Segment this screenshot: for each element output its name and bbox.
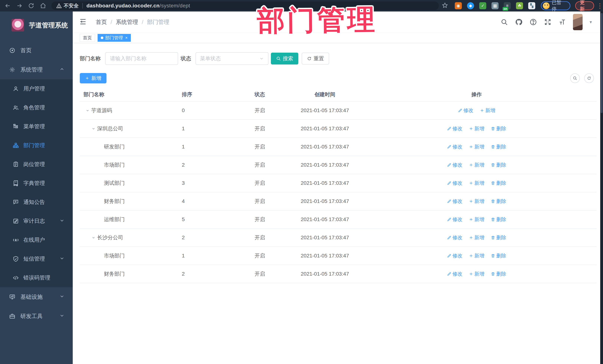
add-link[interactable]: 新增 — [469, 271, 485, 277]
bookmark-star-icon[interactable] — [442, 2, 448, 9]
sidebar-item-首页[interactable]: 首页 — [0, 41, 73, 60]
back-icon[interactable] — [3, 1, 12, 10]
status-select[interactable]: 菜单状态 — [196, 52, 268, 65]
tag-部门管理[interactable]: 部门管理× — [98, 34, 131, 42]
font-size-icon[interactable] — [558, 18, 566, 26]
column-header-部门名称: 部门名称 — [80, 91, 176, 98]
breadcrumb: 首页/系统管理/部门管理 — [96, 18, 169, 26]
delete-link[interactable]: 删除 — [491, 143, 506, 150]
blue-drop-extension-icon[interactable]: ◆ — [467, 2, 474, 9]
edit-link[interactable]: 修改 — [447, 180, 463, 187]
edit-link[interactable]: 修改 — [447, 198, 463, 205]
breadcrumb-item[interactable]: 系统管理 — [116, 18, 138, 26]
sidebar-item-审计日志[interactable]: 审计日志 — [0, 212, 73, 231]
edit-link[interactable]: 修改 — [447, 234, 463, 241]
add-link[interactable]: 新增 — [469, 125, 485, 132]
fullscreen-icon[interactable] — [544, 18, 551, 26]
sidebar-item-部门管理[interactable]: 部门管理 — [0, 136, 73, 155]
sidebar-item-角色管理[interactable]: 角色管理 — [0, 98, 73, 117]
add-link[interactable]: 新增 — [469, 180, 485, 187]
update-button[interactable]: 更新 — [575, 1, 594, 10]
sidebar-item-字典管理[interactable]: 字典管理 — [0, 174, 73, 193]
orange-gear-extension-icon[interactable]: ◉ — [455, 2, 462, 9]
delete-link[interactable]: 删除 — [491, 216, 506, 223]
security-warning-icon[interactable]: 不安全 — [56, 2, 79, 9]
delete-link[interactable]: 删除 — [491, 180, 506, 187]
sidebar-item-label: 短信管理 — [23, 255, 45, 263]
table-body: 芋道源码0开启2021-01-05 17:03:47修改新增深圳总公司1开启20… — [80, 101, 596, 283]
home-icon[interactable] — [39, 1, 47, 10]
browser-menu-icon[interactable]: ⋮ — [597, 5, 603, 7]
sidebar-item-在线用户[interactable]: 在线用户 — [0, 231, 73, 249]
delete-link[interactable]: 删除 — [491, 198, 506, 205]
add-button[interactable]: 新增 — [80, 73, 106, 83]
page-scrollbar[interactable] — [600, 11, 603, 364]
edit-link[interactable]: 修改 — [458, 107, 474, 114]
caret-expand-icon[interactable] — [91, 235, 96, 240]
add-link[interactable]: 新增 — [469, 143, 485, 150]
tag-首页[interactable]: 首页 — [80, 34, 95, 42]
sidebar-item-基础设施[interactable]: 基础设施 — [0, 287, 73, 307]
delete-link[interactable]: 删除 — [491, 162, 506, 168]
add-link[interactable]: 新增 — [469, 253, 485, 259]
app-logo-row[interactable]: 芋道管理系统 — [0, 11, 73, 34]
edit-link[interactable]: 修改 — [447, 271, 463, 277]
user-avatar[interactable] — [573, 14, 583, 30]
table-row: 财务部门2开启2021-01-05 17:03:47修改新增删除 — [80, 265, 596, 283]
sidebar-item-通知公告[interactable]: 通知公告 — [0, 193, 73, 212]
dept-name-input[interactable]: 请输入部门名称 — [105, 52, 178, 65]
refresh-table-button[interactable] — [584, 73, 594, 83]
edit-link[interactable]: 修改 — [447, 143, 463, 150]
green-runner-extension-icon[interactable]: ☘ — [516, 2, 523, 9]
sidebar-item-岗位管理[interactable]: 岗位管理 — [0, 155, 73, 174]
address-bar[interactable]: 不安全 dashboard.yudao.iocoder.cn/system/de… — [51, 1, 439, 10]
actions-cell: 修改新增删除 — [357, 216, 596, 223]
edit-link[interactable]: 修改 — [447, 162, 463, 168]
delete-link[interactable]: 删除 — [491, 234, 506, 241]
add-link[interactable]: 新增 — [469, 198, 485, 205]
sidebar-item-研发工具[interactable]: 研发工具 — [0, 307, 73, 326]
user-menu-caret-icon[interactable]: ▾ — [590, 20, 592, 25]
sidebar: 芋道管理系统 首页系统管理用户管理角色管理菜单管理部门管理岗位管理字典管理通知公… — [0, 11, 73, 364]
sidebar-item-用户管理[interactable]: 用户管理 — [0, 79, 73, 98]
reset-button[interactable]: 重置 — [302, 53, 329, 65]
search-button[interactable]: 搜索 — [271, 53, 298, 65]
delete-link[interactable]: 删除 — [491, 125, 506, 132]
green-check-extension-icon[interactable]: ✓ — [479, 2, 486, 9]
blue-grid-extension-icon[interactable]: ▦ — [491, 2, 499, 9]
puzzle-extensions-icon[interactable]: ▚ — [528, 2, 535, 9]
edit-link[interactable]: 修改 — [447, 125, 463, 132]
delete-link[interactable]: 删除 — [491, 271, 506, 277]
url-text[interactable]: dashboard.yudao.iocoder.cn/system/dept — [86, 3, 190, 9]
search-icon[interactable] — [500, 18, 508, 26]
close-tag-icon[interactable]: × — [125, 35, 128, 40]
url-separator — [82, 3, 83, 9]
collapse-sidebar-icon[interactable] — [79, 18, 87, 26]
profile-avatar-icon — [543, 2, 550, 9]
scrollbar-thumb[interactable] — [601, 13, 603, 113]
add-link[interactable]: 新增 — [469, 162, 485, 168]
sidebar-item-短信管理[interactable]: 短信管理 — [0, 249, 73, 268]
edit-link[interactable]: 修改 — [447, 216, 463, 223]
sidebar-item-错误码管理[interactable]: 错误码管理 — [0, 268, 73, 287]
sidebar-item-菜单管理[interactable]: 菜单管理 — [0, 117, 73, 136]
online-user-icon — [13, 237, 19, 243]
proxy-on-extension-icon[interactable]: ≡on — [504, 2, 511, 9]
breadcrumb-item[interactable]: 首页 — [96, 18, 107, 26]
add-link[interactable]: 新增 — [480, 107, 495, 114]
dept-name-cell: 市场部门 — [80, 252, 176, 259]
sidebar-item-系统管理[interactable]: 系统管理 — [0, 60, 73, 79]
github-icon[interactable] — [515, 18, 522, 26]
add-link[interactable]: 新增 — [469, 234, 485, 241]
help-icon[interactable] — [530, 18, 537, 26]
app-title: 芋道管理系统 — [29, 21, 68, 30]
caret-expand-icon[interactable] — [85, 108, 90, 113]
toggle-search-button[interactable] — [570, 73, 580, 83]
forward-icon[interactable] — [15, 1, 24, 10]
delete-link[interactable]: 删除 — [491, 253, 506, 259]
edit-link[interactable]: 修改 — [447, 253, 463, 259]
caret-expand-icon[interactable] — [91, 126, 96, 131]
profile-paused-pill[interactable]: 已暂停 — [541, 1, 570, 10]
reload-icon[interactable] — [27, 1, 35, 10]
add-link[interactable]: 新增 — [469, 216, 485, 223]
